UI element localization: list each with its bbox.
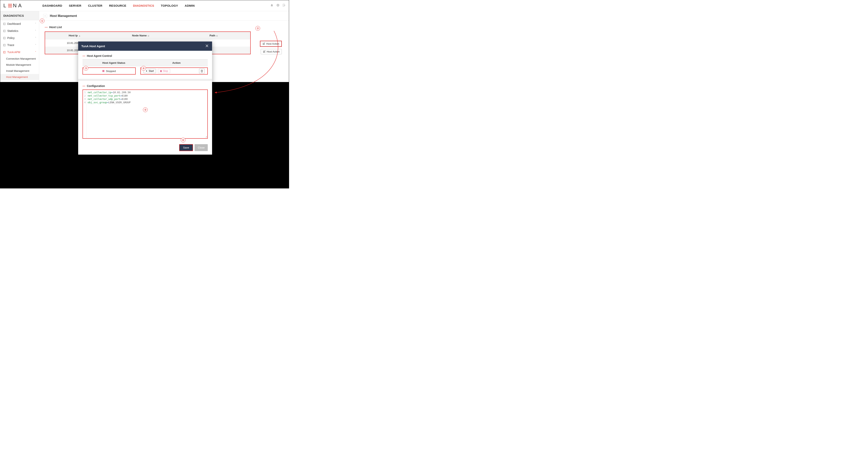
action-box: Start Stop [141, 67, 208, 74]
gear-icon[interactable] [276, 4, 280, 8]
col-action: Action [145, 60, 208, 66]
nav-topology[interactable]: TOPOLOGY [161, 4, 178, 7]
host-action-button[interactable]: Host Action [260, 41, 281, 46]
col-node-name[interactable]: Node Name ◇ [104, 32, 177, 39]
sidebar-item-dashboard[interactable]: Dashboard ˄ [0, 20, 39, 27]
panel-icon [3, 30, 6, 32]
panel-icon [3, 37, 6, 39]
control-row: Stopped Start Stop [83, 66, 208, 76]
panel-icon [3, 51, 6, 54]
nav-server[interactable]: SERVER [69, 4, 81, 7]
top-nav: L N A DASHBOARD SERVER CLUSTER RESOURCE … [0, 0, 289, 11]
chevron-down-icon: ˅ [35, 51, 36, 54]
sidebar-sub-module[interactable]: Module Management [0, 62, 39, 68]
config-editor[interactable]: 1234 net_collector_ip=10.81.209.50 net_c… [83, 90, 208, 139]
modal-header: TunA Host Agent [78, 41, 212, 51]
svg-rect-6 [3, 44, 5, 46]
nav-utility [270, 4, 286, 8]
sort-asc-icon: ▲ [78, 35, 81, 37]
save-frame: Save [179, 144, 193, 151]
back-button[interactable] [43, 14, 47, 18]
close-button[interactable]: Close [194, 144, 208, 151]
svg-rect-2 [3, 30, 5, 32]
logo-bars-icon [8, 4, 12, 7]
play-icon [146, 70, 148, 72]
sidebar-sub-host[interactable]: Host Management [0, 74, 39, 80]
dash-icon: — [45, 25, 48, 29]
host-list-title: — Host List [45, 25, 283, 29]
page-header: Host Management [39, 11, 289, 21]
modal-title: TunA Host Agent [81, 44, 105, 48]
edit-icon [262, 42, 265, 45]
sort-icon: ◇ [147, 35, 149, 37]
svg-rect-4 [3, 37, 5, 39]
start-button[interactable]: Start [144, 69, 156, 73]
line-gutter: 1234 [83, 90, 87, 138]
nav-cluster[interactable]: CLUSTER [88, 4, 102, 7]
separator [78, 79, 212, 81]
svg-marker-12 [146, 70, 148, 72]
sidebar-sub-install[interactable]: Install Management [0, 68, 39, 74]
sidebar-sub-connection[interactable]: Connection Management [0, 56, 39, 62]
logout-icon[interactable] [282, 4, 286, 8]
control-table: Host Agent Status Action Stopped Start [83, 59, 208, 76]
chevron-up-icon: ˄ [35, 37, 36, 39]
stop-button[interactable]: Stop [158, 69, 170, 73]
trash-icon [200, 70, 203, 72]
host-agent-modal: TunA Host Agent — Host Agent Control Hos… [78, 41, 212, 155]
panel-icon [3, 44, 6, 46]
host-action-frame: Host Action [260, 41, 282, 47]
nav-admin[interactable]: ADMIN [185, 4, 195, 7]
nav-resource[interactable]: RESOURCE [109, 4, 126, 7]
sidebar-item-tuna-apm[interactable]: TunA APM ˅ [0, 48, 39, 56]
page-root: L N A DASHBOARD SERVER CLUSTER RESOURCE … [0, 0, 289, 189]
action-column: Host Action Host Action [254, 31, 283, 56]
configuration-title: — Configuration [83, 84, 208, 88]
code-area[interactable]: net_collector_ip=10.81.209.50 net_collec… [87, 90, 207, 138]
chevron-up-icon: ˄ [35, 44, 36, 46]
col-host-ip[interactable]: Host Ip ▲ [45, 32, 104, 39]
sidebar-item-trace[interactable]: Trace ˄ [0, 41, 39, 48]
modal-body: — Host Agent Control Host Agent Status A… [78, 51, 212, 142]
brand-logo: L N A [3, 3, 23, 9]
save-button[interactable]: Save [180, 144, 193, 151]
chevron-up-icon: ˄ [35, 23, 36, 25]
delete-button[interactable] [199, 69, 205, 73]
stopped-indicator-icon [102, 70, 104, 72]
sidebar-item-statistics[interactable]: Statistics ˄ [0, 27, 39, 34]
host-action-button[interactable]: Host Action [261, 49, 282, 54]
sidebar-item-policy[interactable]: Policy ˄ [0, 34, 39, 41]
dash-icon: — [83, 84, 85, 88]
primary-nav: DASHBOARD SERVER CLUSTER RESOURCE DIAGNO… [42, 4, 195, 7]
page-title: Host Management [50, 14, 77, 18]
col-path[interactable]: Path ◇ [177, 32, 250, 39]
nav-dashboard[interactable]: DASHBOARD [42, 4, 62, 7]
panel-icon [3, 23, 6, 25]
dash-icon: — [83, 54, 85, 58]
status-text: Stopped [106, 70, 116, 73]
edit-icon [263, 50, 266, 53]
bell-icon[interactable] [270, 4, 274, 8]
svg-rect-0 [3, 23, 5, 25]
svg-rect-8 [3, 51, 5, 53]
sidebar-title: DIAGNOSTICS [0, 11, 39, 20]
sidebar: DIAGNOSTICS Dashboard ˄ Statistics ˄ Pol… [0, 11, 39, 82]
close-icon[interactable] [205, 44, 209, 48]
chevron-up-icon: ˄ [35, 30, 36, 32]
stop-icon [160, 70, 162, 72]
nav-diagnostics[interactable]: DIAGNOSTICS [133, 4, 154, 7]
sort-icon: ◇ [216, 35, 218, 37]
host-agent-control-title: — Host Agent Control [83, 54, 208, 58]
status-box: Stopped [83, 67, 136, 74]
modal-footer: Save Close [78, 142, 212, 155]
col-status: Host Agent Status [83, 60, 145, 66]
control-table-head: Host Agent Status Action [83, 60, 208, 66]
